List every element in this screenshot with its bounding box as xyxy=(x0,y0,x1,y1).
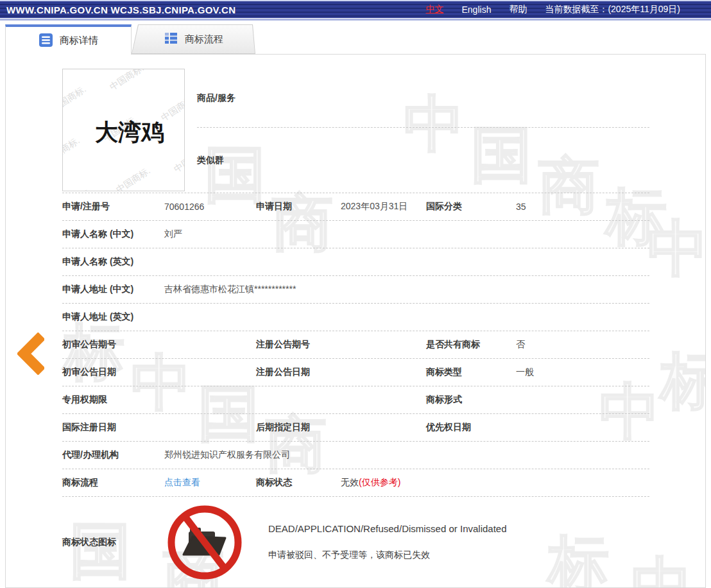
field-label: 专用权期限 xyxy=(62,394,164,406)
table-row: 申请人地址 (中文)吉林省德惠市松花江镇************ xyxy=(62,276,649,304)
field-label: 注册公告期号 xyxy=(256,339,341,350)
status-icon-label: 商标状态图标 xyxy=(62,537,164,548)
field-value: 2023年03月31日 xyxy=(341,201,407,212)
field-label: 申请日期 xyxy=(256,201,341,212)
field-cell: 优先权日期 xyxy=(426,414,649,441)
view-process-link[interactable]: 点击查看 xyxy=(164,477,200,489)
field-label: 国际分类 xyxy=(426,201,516,212)
tab-bar: 商标详情 商标流程 xyxy=(0,24,711,54)
field-cell: 商标状态无效(仅供参考) xyxy=(256,469,426,496)
field-cell: 申请日期2023年03月31日 xyxy=(256,193,426,220)
field-cell: 注册公告期号 xyxy=(256,331,426,358)
field-label: 代理/办理机构 xyxy=(62,449,164,461)
field-label: 国际注册日期 xyxy=(62,422,164,433)
table-row: 专用权期限商标形式 xyxy=(62,386,649,414)
trademark-detail-panel: 中国商标中国商标中国商标中国商标中 中国商标.中国商标.中国商标.中国商标.中国… xyxy=(5,54,706,588)
field-value: 70601266 xyxy=(164,202,204,212)
status-text-chinese: 申请被驳回、不予受理等，该商标已失效 xyxy=(268,549,507,561)
field-label: 申请人名称 (英文) xyxy=(62,256,164,268)
detail-rows: 申请/注册号70601266申请日期2023年03月31日国际分类35申请人名称… xyxy=(6,193,705,497)
field-label: 初审公告日期 xyxy=(62,367,164,378)
field-cell: 是否共有商标否 xyxy=(426,331,649,358)
tab-trademark-details[interactable]: 商标详情 xyxy=(5,24,132,55)
language-english-link[interactable]: English xyxy=(462,4,492,15)
field-label: 优先权日期 xyxy=(426,422,516,433)
field-cell: 代理/办理机构郑州锐进知识产权服务有限公司 xyxy=(62,442,649,469)
field-cell: 申请人名称 (英文) xyxy=(62,248,649,275)
field-value: 35 xyxy=(516,202,526,212)
image-watermark-text: 中国商标. xyxy=(108,69,146,93)
similar-group-label: 类似群 xyxy=(197,155,224,166)
trademark-name-text: 大湾鸡 xyxy=(95,117,164,148)
field-value: 郑州锐进知识产权服务有限公司 xyxy=(164,449,290,461)
prohibited-folder-icon xyxy=(164,502,245,583)
field-label: 申请人地址 (中文) xyxy=(62,284,164,295)
detail-list-icon xyxy=(39,33,53,49)
table-row: 申请人名称 (英文) xyxy=(62,248,649,276)
table-row: 代理/办理机构郑州锐进知识产权服务有限公司 xyxy=(62,442,649,469)
topbar-underline xyxy=(0,19,711,21)
field-label: 申请人名称 (中文) xyxy=(62,229,164,240)
field-cell xyxy=(256,386,426,413)
field-label: 初审公告期号 xyxy=(62,339,164,350)
trademark-image: 中国商标.中国商标.中国商标.中国商标.中国商标.中国商标.中国商标.中国商标.… xyxy=(62,69,185,191)
field-label: 商标类型 xyxy=(426,367,516,378)
goods-services-row: 商品/服务 xyxy=(197,69,649,128)
status-value-text: 无效 xyxy=(341,477,359,487)
field-cell: 国际注册日期 xyxy=(62,414,256,441)
image-watermark-text: 中国商标. xyxy=(62,135,82,166)
field-cell: 注册公告日期 xyxy=(256,359,426,386)
field-cell: 后期指定日期 xyxy=(256,414,426,441)
table-row: 申请人名称 (中文)刘严 xyxy=(62,221,649,248)
help-link[interactable]: 帮助 xyxy=(509,4,527,15)
trademark-status-section: 商标状态图标 DEAD/APPLICATION/Refused/Dismisse… xyxy=(62,497,649,588)
image-watermark-text: 中国商标. xyxy=(166,69,185,73)
similar-group-row: 类似群 xyxy=(197,128,649,193)
tab-label: 商标流程 xyxy=(185,33,223,46)
goods-services-label: 商品/服务 xyxy=(197,92,236,104)
field-cell: 初审公告期号 xyxy=(62,331,256,358)
field-cell: 国际分类35 xyxy=(426,193,649,220)
field-label: 申请人地址 (英文) xyxy=(62,311,164,323)
field-cell: 申请人名称 (中文)刘严 xyxy=(62,221,649,248)
field-cell: 申请人地址 (英文) xyxy=(62,304,649,331)
image-watermark-text: 中国商标. xyxy=(62,83,89,114)
image-watermark-text: 中国商标. xyxy=(172,144,185,175)
field-value: 一般 xyxy=(516,367,534,378)
table-row: 申请/注册号70601266申请日期2023年03月31日国际分类35 xyxy=(62,193,649,221)
image-watermark-text: 中国商标. xyxy=(62,186,95,191)
top-bar: WWW.CNIPA.GOV.CN WCJS.SBJ.CNIPA.GOV.CN 中… xyxy=(0,0,711,18)
field-cell: 初审公告日期 xyxy=(62,359,256,386)
field-cell: 申请人地址 (中文)吉林省德惠市松花江镇************ xyxy=(62,276,649,303)
collapse-chevron-icon[interactable] xyxy=(17,333,44,377)
field-label: 是否共有商标 xyxy=(426,339,516,350)
field-label: 后期指定日期 xyxy=(256,422,341,433)
trademark-status-value: 无效(仅供参考) xyxy=(341,477,400,489)
field-label: 商标形式 xyxy=(426,394,516,406)
field-cell: 商标类型一般 xyxy=(426,359,649,386)
tab-label: 商标详情 xyxy=(60,35,98,47)
tab-trademark-process[interactable]: 商标流程 xyxy=(132,24,255,54)
field-label: 注册公告日期 xyxy=(256,367,341,378)
table-row: 商标流程点击查看商标状态无效(仅供参考) xyxy=(62,469,649,497)
field-cell: 商标流程点击查看 xyxy=(62,469,256,496)
field-cell: 商标形式 xyxy=(426,386,649,413)
process-list-icon xyxy=(164,31,178,48)
field-cell: 专用权期限 xyxy=(62,386,256,413)
field-value: 否 xyxy=(516,339,525,350)
data-cutoff-text: 当前数据截至：(2025年11月09日) xyxy=(545,4,680,15)
table-row: 国际注册日期后期指定日期优先权日期 xyxy=(62,414,649,442)
status-text-english: DEAD/APPLICATION/Refused/Dismissed or In… xyxy=(268,523,507,534)
trademark-summary-section: 中国商标.中国商标.中国商标.中国商标.中国商标.中国商标.中国商标.中国商标.… xyxy=(62,69,649,193)
table-row: 申请人地址 (英文) xyxy=(62,304,649,331)
language-chinese-link[interactable]: 中文 xyxy=(426,4,444,15)
site-url-text: WWW.CNIPA.GOV.CN WCJS.SBJ.CNIPA.GOV.CN xyxy=(6,4,236,15)
table-row: 初审公告期号注册公告期号是否共有商标否 xyxy=(62,331,649,359)
field-label: 申请/注册号 xyxy=(62,201,164,212)
table-row: 初审公告日期注册公告日期商标类型一般 xyxy=(62,359,649,386)
status-value-note: (仅供参考) xyxy=(359,477,400,487)
topbar-links: 中文 English 帮助 当前数据截至：(2025年11月09日) xyxy=(426,4,705,15)
field-value: 吉林省德惠市松花江镇************ xyxy=(164,284,296,295)
image-watermark-text: 中国商标. xyxy=(114,165,153,191)
field-value: 刘严 xyxy=(164,229,182,240)
